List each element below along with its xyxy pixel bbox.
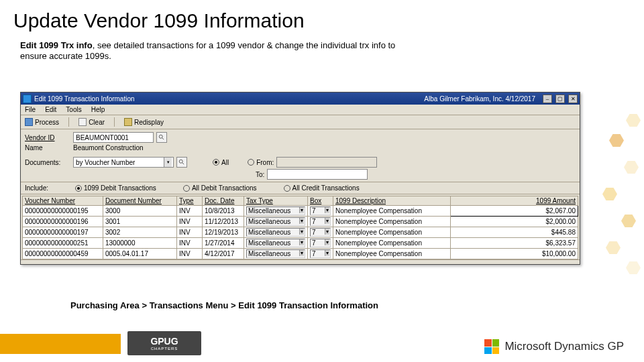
col-type[interactable]: Type	[177, 196, 203, 206]
microsoft-icon	[484, 339, 499, 354]
radio-circle-icon	[183, 185, 190, 192]
svg-point-2	[179, 160, 182, 163]
menubar: File Edit Tools Help	[21, 105, 580, 115]
cell-tax[interactable]: Miscellaneous	[244, 238, 308, 249]
table-row[interactable]: 0000000000000025113000000INV1/27/2014Mis…	[23, 238, 578, 249]
table-row[interactable]: 000000000000004590005.04.01.17INV4/12/20…	[23, 249, 578, 259]
cell-tax[interactable]: Miscellaneous	[244, 217, 308, 227]
cell-type: INV	[177, 217, 203, 227]
cell-amount[interactable]: $6,323.57	[451, 238, 578, 249]
redisplay-icon	[124, 118, 132, 126]
cell-voucher: 00000000000000195	[23, 206, 103, 217]
radio-dot-icon	[75, 185, 82, 192]
documents-dropdown[interactable]: by Voucher Number▾	[73, 157, 174, 168]
to-field[interactable]	[267, 169, 368, 180]
cell-type: INV	[177, 206, 203, 217]
hex-pattern-decoration	[580, 107, 644, 282]
vendor-name-value: Beaumont Construction	[73, 144, 144, 152]
process-button[interactable]: Process	[25, 118, 59, 126]
cell-type: INV	[177, 227, 203, 238]
search-icon	[158, 134, 165, 141]
menu-tools[interactable]: Tools	[66, 106, 81, 113]
col-date[interactable]: Doc. Date	[203, 196, 244, 206]
radio-all-debit[interactable]: All Debit Transactions	[183, 184, 257, 192]
clear-icon	[78, 118, 87, 126]
col-doc[interactable]: Document Number	[103, 196, 177, 206]
menu-help[interactable]: Help	[91, 106, 105, 113]
cell-desc: Nonemployee Compensation	[333, 238, 451, 249]
cell-tax[interactable]: Miscellaneous	[244, 227, 308, 238]
cell-tax[interactable]: Miscellaneous	[244, 249, 308, 259]
cell-amount[interactable]: $2,067.00	[451, 206, 578, 217]
cell-box[interactable]: 7	[308, 249, 333, 259]
cell-amount[interactable]: $10,000.00	[451, 249, 578, 259]
col-desc[interactable]: 1099 Description	[333, 196, 451, 206]
page-title: Update Vendor 1099 Information	[0, 0, 644, 36]
documents-dropdown-value: by Voucher Number	[76, 159, 135, 166]
cell-amount[interactable]: $445.88	[451, 227, 578, 238]
gpug-logo-subtext: CHAPTERS	[151, 347, 178, 351]
cell-voucher: 00000000000000196	[23, 217, 103, 227]
radio-1099-debit[interactable]: 1099 Debit Transactions	[75, 184, 156, 192]
documents-lookup-button[interactable]	[176, 157, 187, 168]
search-icon	[178, 159, 185, 166]
svg-point-0	[159, 135, 162, 138]
col-tax[interactable]: Tax Type	[244, 196, 308, 206]
cell-doc: 3001	[103, 217, 177, 227]
cell-box[interactable]: 7	[308, 217, 333, 227]
window-title: Edit 1099 Transaction Information	[34, 95, 135, 103]
cell-doc: 13000000	[103, 238, 177, 249]
ms-dynamics-text: Microsoft Dynamics GP	[504, 340, 624, 353]
radio-all[interactable]: All	[213, 159, 229, 166]
chevron-down-icon: ▾	[164, 158, 172, 167]
col-box[interactable]: Box	[308, 196, 333, 206]
cell-box[interactable]: 7	[308, 238, 333, 249]
svg-line-3	[182, 163, 184, 165]
label-documents: Documents:	[25, 159, 70, 166]
app-window: Edit 1099 Transaction Information Alba G…	[20, 92, 580, 265]
col-amount[interactable]: 1099 Amount	[451, 196, 578, 206]
cell-desc: Nonemployee Compensation	[333, 227, 451, 238]
cell-tax[interactable]: Miscellaneous	[244, 206, 308, 217]
radio-all-credit[interactable]: All Credit Transactions	[284, 184, 360, 192]
cell-date: 11/12/2013	[203, 217, 244, 227]
table-row[interactable]: 000000000000001953000INV10/8/2013Miscell…	[23, 206, 578, 217]
label-name: Name	[25, 144, 70, 152]
cell-doc: 0005.04.01.17	[103, 249, 177, 259]
cell-voucher: 00000000000000459	[23, 249, 103, 259]
radio-circle-icon	[284, 185, 290, 192]
cell-desc: Nonemployee Compensation	[333, 249, 451, 259]
col-voucher[interactable]: Voucher Number	[23, 196, 103, 206]
radio-all-debit-label: All Debit Transactions	[192, 184, 257, 192]
vendor-id-field[interactable]	[73, 132, 154, 143]
redisplay-button[interactable]: Redisplay	[124, 118, 164, 126]
radio-dot-icon	[213, 159, 219, 166]
ms-dynamics-logo: Microsoft Dynamics GP	[484, 339, 624, 354]
cell-date: 12/19/2013	[203, 227, 244, 238]
vendor-lookup-button[interactable]	[156, 132, 167, 143]
table-row[interactable]: 000000000000001973002INV12/19/2013Miscel…	[23, 227, 578, 238]
minimize-button[interactable]: –	[543, 95, 552, 103]
menu-file[interactable]: File	[25, 106, 36, 113]
titlebar: Edit 1099 Transaction Information Alba G…	[21, 93, 580, 105]
table-row[interactable]: 000000000000001963001INV11/12/2013Miscel…	[23, 217, 578, 227]
cell-box[interactable]: 7	[308, 227, 333, 238]
cell-box[interactable]: 7	[308, 206, 333, 217]
radio-from[interactable]: From:	[248, 159, 274, 166]
clear-button[interactable]: Clear	[78, 118, 105, 126]
cell-doc: 3002	[103, 227, 177, 238]
radio-all-label: All	[221, 159, 229, 166]
window-icon	[23, 95, 32, 103]
page-subtitle: Edit 1099 Trx info, see detailed transac…	[0, 36, 402, 68]
close-button[interactable]: ✕	[568, 95, 578, 103]
maximize-button[interactable]: ▢	[555, 95, 565, 103]
radio-circle-icon	[248, 159, 254, 166]
cell-amount[interactable]: $2,000.00	[451, 217, 578, 227]
nav-path: Purchasing Area > Transactions Menu > Ed…	[70, 300, 378, 310]
cell-desc: Nonemployee Compensation	[333, 217, 451, 227]
cell-doc: 3000	[103, 206, 177, 217]
cell-date: 4/12/2017	[203, 249, 244, 259]
menu-edit[interactable]: Edit	[45, 106, 56, 113]
label-to: To:	[256, 171, 264, 178]
statusbar	[21, 259, 580, 264]
